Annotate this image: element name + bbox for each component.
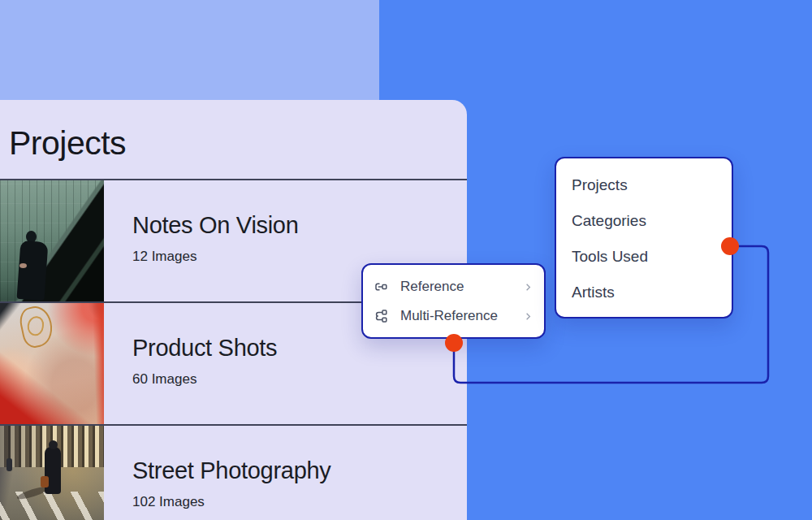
project-image-count: 60 Images (132, 371, 277, 388)
menu-item-multi-reference[interactable]: Multi-Reference (373, 301, 534, 331)
menu-item-label: Artists (572, 284, 615, 301)
thumb-art-bag (41, 476, 49, 488)
reference-submenu: Reference Multi-Reference (361, 263, 546, 339)
panel-header: Projects (0, 100, 467, 180)
project-title: Product Shots (132, 336, 277, 362)
chevron-right-icon (522, 281, 534, 293)
thumb-art-distant-figure (6, 458, 12, 471)
project-row-info: Street Photography 102 Images (104, 426, 331, 520)
multi-reference-icon (373, 308, 389, 324)
menu-item-reference[interactable]: Reference (373, 272, 534, 301)
project-row-info: Notes On Vision 12 Images (104, 180, 299, 301)
project-image-count: 12 Images (132, 249, 299, 265)
menu-item-projects[interactable]: Projects (556, 167, 732, 203)
menu-item-label: Reference (400, 279, 464, 295)
page: Projects Notes On Vision 12 Images (0, 0, 812, 520)
menu-item-tools-used[interactable]: Tools Used (556, 239, 732, 275)
thumb-art-red-clothing (0, 303, 104, 424)
connector-dot-submenu (445, 334, 463, 352)
connector-dot-menu (721, 237, 739, 255)
menu-item-categories[interactable]: Categories (556, 203, 732, 239)
page-title: Projects (0, 100, 467, 162)
thumb-art-pedestrian-head (49, 440, 58, 449)
thumb-art-figure-hand (19, 263, 27, 268)
background-accent-block (0, 0, 379, 100)
menu-item-label: Tools Used (572, 248, 648, 266)
project-title: Notes On Vision (132, 213, 299, 239)
reference-icon (373, 279, 389, 295)
thumb-art-escalator (0, 180, 104, 301)
thumb-art-crosswalk (0, 492, 104, 520)
project-title: Street Photography (132, 458, 331, 484)
project-image-count: 102 Images (132, 494, 331, 510)
menu-item-label: Categories (572, 212, 646, 230)
project-row-info: Product Shots 60 Images (104, 303, 277, 424)
thumb-art-figure-body (17, 240, 49, 301)
menu-item-label: Projects (572, 176, 628, 194)
menu-item-artists[interactable]: Artists (556, 275, 732, 310)
project-thumbnail-portrait (0, 303, 104, 424)
menu-item-label: Multi-Reference (400, 308, 498, 324)
chevron-right-icon (522, 310, 534, 323)
categories-menu: Projects Categories Tools Used Artists (555, 157, 733, 318)
project-row-street-photography[interactable]: Street Photography 102 Images (0, 426, 467, 520)
thumb-art-earring-loop (27, 315, 45, 336)
project-thumbnail-escalator (0, 180, 104, 301)
project-thumbnail-street (0, 426, 104, 520)
